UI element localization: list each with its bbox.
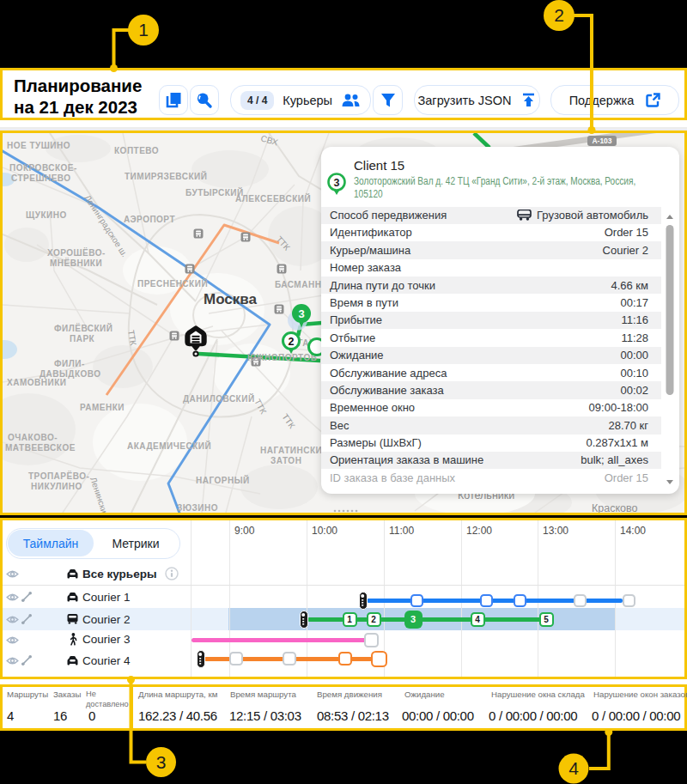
svg-text:ЩУКИНО: ЩУКИНО xyxy=(26,210,67,220)
svg-text:Москва: Москва xyxy=(204,291,258,307)
svg-text:НИКУЛИНО: НИКУЛИНО xyxy=(31,482,82,491)
svg-text:ЗАТОН: ЗАТОН xyxy=(271,456,301,465)
svg-text:ПРЕСНЕНСКИЙ: ПРЕСНЕНСКИЙ xyxy=(137,278,208,289)
svg-text:2: 2 xyxy=(554,5,564,25)
svg-text:АЭРОПОРТ: АЭРОПОРТ xyxy=(124,215,175,224)
svg-text:4: 4 xyxy=(568,758,579,778)
svg-text:РАМЕНКИ: РАМЕНКИ xyxy=(80,403,125,412)
svg-text:ФИЛИ-: ФИЛИ- xyxy=(54,359,85,368)
svg-text:КОПТЕВО: КОПТЕВО xyxy=(114,146,159,155)
svg-text:МНЁВНИКИ: МНЁВНИКИ xyxy=(50,258,102,268)
svg-text:3: 3 xyxy=(298,307,304,320)
svg-text:ТРОПАРЁВО-: ТРОПАРЁВО- xyxy=(28,471,89,481)
svg-text:АЛЕКСЕЕВСКИЙ: АЛЕКСЕЕВСКИЙ xyxy=(235,193,311,204)
svg-text:ОЧАКОВО-: ОЧАКОВО- xyxy=(8,433,58,442)
svg-text:Красково: Красково xyxy=(592,502,637,513)
svg-text:3: 3 xyxy=(334,177,340,189)
svg-text:ХОРОШЁВО-: ХОРОШЁВО- xyxy=(47,247,106,258)
svg-text:ДАНИЛОВСКИЙ: ДАНИЛОВСКИЙ xyxy=(183,393,255,404)
svg-text:ТИМИРЯЗЕВСКИЙ: ТИМИРЯЗЕВСКИЙ xyxy=(125,171,207,181)
svg-text:2: 2 xyxy=(289,336,295,348)
svg-text:ФИЛЁВСКИЙ: ФИЛЁВСКИЙ xyxy=(54,323,112,333)
svg-text:НОЕ ТУШИНО: НОЕ ТУШИНО xyxy=(7,141,70,150)
svg-text:СТРЕШНЕВО: СТРЕШНЕВО xyxy=(11,173,71,183)
svg-text:ПОКРОВСКОЕ-: ПОКРОВСКОЕ- xyxy=(9,163,77,173)
svg-text:ПАРК: ПАРК xyxy=(70,334,95,343)
svg-text:АКАДЕМИЧЕСКИЙ: АКАДЕМИЧЕСКИЙ xyxy=(127,441,211,451)
svg-text:НАГАТИНСКИЙ: НАГАТИНСКИЙ xyxy=(260,445,329,455)
svg-text:НАГОРНЫЙ: НАГОРНЫЙ xyxy=(196,475,250,485)
svg-text:1: 1 xyxy=(138,20,149,40)
svg-text:3: 3 xyxy=(156,752,167,772)
svg-text:ЮЖНОПОРТОВ: ЮЖНОПОРТОВ xyxy=(247,353,317,362)
svg-text:А-103: А-103 xyxy=(592,137,611,145)
svg-text:ХАМОВНИКИ: ХАМОВНИКИ xyxy=(7,378,66,387)
svg-text:ЗЮЗИНО: ЗЮЗИНО xyxy=(177,503,218,513)
svg-text:МАТВЕЕВСКОЕ: МАТВЕЕВСКОЕ xyxy=(5,443,76,453)
